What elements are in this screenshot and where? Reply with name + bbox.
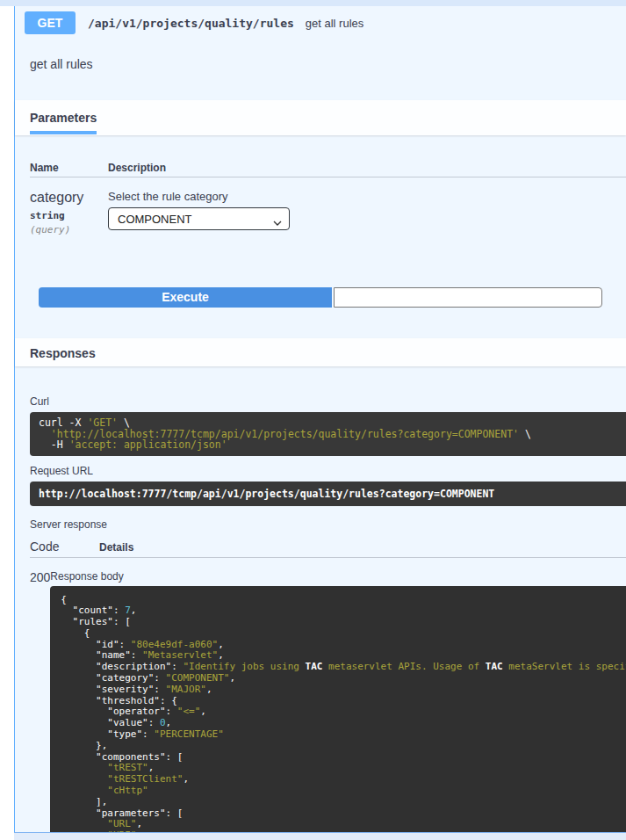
response-body-label: Response body xyxy=(50,570,626,583)
server-response-label: Server response xyxy=(30,518,626,531)
http-method-badge: GET xyxy=(25,11,76,34)
response-body-block: { "count": 7, "rules": [ { "id": "80e4e9… xyxy=(50,586,626,840)
category-select[interactable]: COMPONENT xyxy=(108,207,290,230)
column-header-code: Code xyxy=(30,539,99,554)
response-status-code: 200 xyxy=(30,570,50,840)
response-table-head: Code Details xyxy=(30,539,626,558)
parameter-name-cell: category string (query) xyxy=(30,190,108,235)
request-url-block: http://localhost:7777/tcmp/api/v1/projec… xyxy=(30,482,626,506)
responses-title: Responses xyxy=(30,346,96,360)
parameters-header: Parameters xyxy=(15,100,626,135)
opblock-description: get all rules xyxy=(15,40,626,100)
parameter-type: string xyxy=(30,210,108,221)
category-select-wrap: COMPONENT xyxy=(108,207,290,230)
next-opblock-strip[interactable] xyxy=(14,832,626,840)
request-url-label: Request URL xyxy=(30,465,626,477)
execute-wrapper: Execute xyxy=(15,249,626,338)
parameter-location: (query) xyxy=(30,224,108,235)
responses-body: Curl curl -X 'GET' \ 'http://localhost:7… xyxy=(15,366,626,840)
parameter-description: Select the rule category xyxy=(108,190,290,203)
curl-label: Curl xyxy=(30,395,626,408)
response-details-cell: Response body { "count": 7, "rules": [ {… xyxy=(50,570,626,840)
opblock-get-rules: GET /api/v1/projects/quality/rules get a… xyxy=(14,6,626,832)
column-header-name: Name xyxy=(30,162,108,174)
curl-command-block: curl -X 'GET' \ 'http://localhost:7777/t… xyxy=(30,412,626,456)
parameters-table: Name Description category string (query)… xyxy=(15,135,626,249)
parameter-row: category string (query) Select the rule … xyxy=(30,177,626,249)
parameter-description-cell: Select the rule category COMPONENT xyxy=(108,190,290,235)
clear-button[interactable] xyxy=(334,287,602,308)
endpoint-path: /api/v1/projects/quality/rules xyxy=(88,17,294,30)
opblock-summary[interactable]: GET /api/v1/projects/quality/rules get a… xyxy=(15,6,626,40)
parameters-table-head: Name Description xyxy=(30,162,626,177)
parameter-name: category xyxy=(30,190,108,206)
column-header-details: Details xyxy=(99,541,133,554)
execute-button[interactable]: Execute xyxy=(39,287,332,308)
endpoint-summary: get all rules xyxy=(306,17,363,30)
tab-parameters[interactable]: Parameters xyxy=(30,111,97,134)
server-response-table: Code Details 200 Response body { "count"… xyxy=(30,539,626,840)
prev-opblock-strip[interactable] xyxy=(0,0,626,6)
response-row-200: 200 Response body { "count": 7, "rules":… xyxy=(30,558,626,840)
responses-header: Responses xyxy=(15,338,626,366)
column-header-description: Description xyxy=(108,162,166,174)
